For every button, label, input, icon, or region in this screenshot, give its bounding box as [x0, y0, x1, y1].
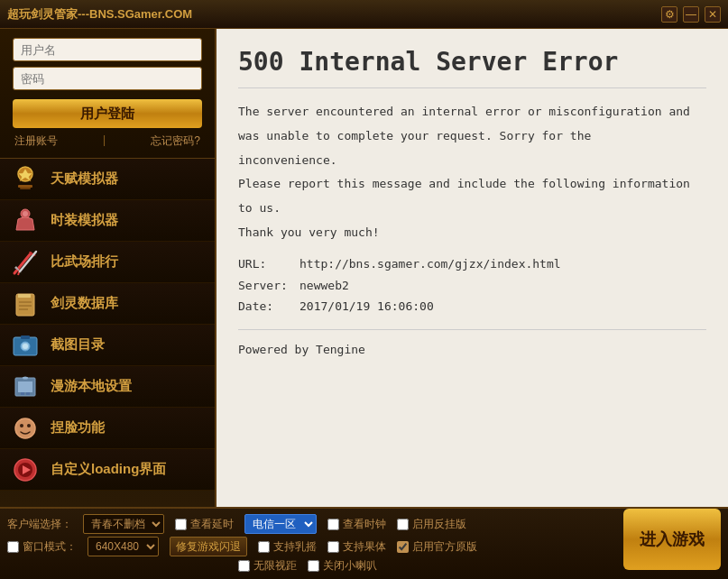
close-whisper-group: 关闭小喇叭 [308, 558, 377, 574]
window-mode-label: 窗口模式： [23, 539, 77, 555]
menu-item-roaming[interactable]: 漫游本地设置 [0, 366, 215, 408]
svg-rect-22 [21, 392, 24, 395]
error-line-4: Please report this message and include t… [238, 175, 706, 194]
username-input[interactable] [13, 38, 202, 61]
official-checkbox[interactable] [397, 541, 409, 553]
loading-label: 自定义loading界面 [51, 461, 166, 478]
server-value: newweb2 [299, 277, 349, 296]
face-label: 捏脸功能 [51, 419, 105, 437]
password-input[interactable] [13, 67, 202, 90]
server-label: Server: [238, 277, 292, 296]
svg-line-6 [14, 253, 31, 273]
menu-list: 天赋模拟器 时装模拟器 [0, 159, 215, 507]
login-button[interactable]: 用户登陆 [13, 99, 202, 128]
official-label: 启用官方原版 [412, 539, 477, 555]
register-link[interactable]: 注册账号 [14, 133, 58, 149]
menu-item-pvp[interactable]: 比武场排行 [0, 242, 215, 283]
error-line-6: Thank you very much! [238, 224, 706, 243]
unlimited-view-checkbox[interactable] [238, 560, 250, 572]
loading-icon [9, 454, 41, 486]
svg-rect-23 [26, 392, 30, 395]
svg-rect-3 [20, 188, 31, 189]
talent-label: 天赋模拟器 [51, 170, 118, 188]
client-select[interactable]: 青春不删档 [83, 514, 164, 534]
bottom-row2: 窗口模式： 640X480 修复游戏闪退 支持乳摇 支持果体 启用官方原版 [7, 537, 616, 556]
screenshot-icon [9, 329, 41, 362]
link-separator: | [103, 133, 106, 149]
face-icon [9, 412, 41, 445]
talent-icon [9, 163, 41, 196]
svg-point-19 [23, 344, 28, 349]
screenshot-label: 截图目录 [51, 336, 105, 354]
roaming-icon [9, 371, 41, 403]
close-button[interactable]: ✕ [705, 6, 721, 23]
anti-hook-label: 启用反挂版 [412, 517, 466, 532]
svg-rect-2 [18, 185, 32, 188]
nurse-checkbox[interactable] [258, 541, 270, 553]
outfit-icon [9, 205, 41, 237]
url-label: URL: [238, 255, 292, 274]
check-time-group: 查看时钟 [327, 517, 386, 532]
fruit-group: 支持果体 [327, 539, 386, 555]
error-line-3: inconvenience. [238, 152, 706, 170]
svg-point-26 [20, 424, 23, 427]
bottom-row1: 客户端选择： 青春不删档 查看延时 电信一区 查看时钟 启用反挂版 [7, 514, 616, 534]
menu-item-talent[interactable]: 天赋模拟器 [0, 159, 215, 200]
login-area: 用户登陆 注册账号 | 忘记密码? [0, 29, 215, 159]
url-row: URL: http://bns.sgamer.com/gjzx/index.ht… [238, 255, 706, 274]
enter-game-button[interactable]: 进入游戏 [623, 509, 721, 570]
error-body: The server encountered an internal error… [238, 103, 706, 360]
error-details: URL: http://bns.sgamer.com/gjzx/index.ht… [238, 255, 706, 317]
menu-item-screenshot[interactable]: 截图目录 [0, 325, 215, 366]
svg-rect-18 [21, 335, 30, 339]
svg-point-25 [15, 418, 35, 438]
unlimited-view-group: 无限视距 [238, 558, 297, 574]
check-time-label: 查看时钟 [343, 517, 386, 532]
outfit-label: 时装模拟器 [51, 212, 118, 229]
svg-point-5 [23, 211, 28, 216]
roaming-label: 漫游本地设置 [51, 378, 132, 395]
settings-button[interactable]: ⚙ [661, 6, 677, 23]
menu-item-face[interactable]: 捏脸功能 [0, 408, 215, 449]
pvp-label: 比武场排行 [51, 253, 118, 271]
minimize-button[interactable]: — [683, 6, 699, 23]
server-row: Server: newweb2 [238, 277, 706, 296]
left-panel: 用户登陆 注册账号 | 忘记密码? 天赋模拟器 [0, 29, 217, 507]
bottom-controls: 客户端选择： 青春不删档 查看延时 电信一区 查看时钟 启用反挂版 [7, 514, 616, 574]
date-label: Date: [238, 298, 292, 317]
check-time-checkbox[interactable] [327, 519, 339, 530]
content-panel: 500 Internal Server Error The server enc… [217, 29, 728, 507]
bottom-row3: 无限视距 关闭小喇叭 [7, 558, 616, 574]
repair-button[interactable]: 修复游戏闪退 [170, 537, 247, 556]
nurse-label: 支持乳摇 [273, 539, 317, 555]
forgot-link[interactable]: 忘记密码? [151, 133, 200, 149]
date-row: Date: 2017/01/19 16:06:00 [238, 298, 706, 317]
svg-point-27 [27, 424, 31, 427]
pvp-icon [9, 246, 41, 279]
svg-point-24 [23, 376, 28, 379]
menu-item-outfit[interactable]: 时装模拟器 [0, 200, 215, 242]
close-whisper-checkbox[interactable] [308, 560, 319, 572]
error-line-2: was unable to complete your request. Sor… [238, 127, 706, 146]
login-links: 注册账号 | 忘记密码? [13, 133, 202, 149]
anti-hook-group: 启用反挂版 [397, 517, 466, 532]
date-value: 2017/01/19 16:06:00 [299, 298, 434, 317]
resolution-select[interactable]: 640X480 [88, 537, 159, 556]
server-select[interactable]: 电信一区 [244, 514, 317, 534]
official-group: 启用官方原版 [397, 539, 477, 555]
client-label: 客户端选择： [7, 517, 72, 532]
app-title: 超玩剑灵管家---BNS.SGamer.COM [7, 6, 192, 23]
window-mode-checkbox[interactable] [7, 541, 19, 553]
powered-by: Powered by Tengine [238, 329, 706, 360]
window-mode-group: 窗口模式： [7, 539, 77, 555]
database-icon [9, 288, 41, 320]
main-layout: 用户登陆 注册账号 | 忘记密码? 天赋模拟器 [0, 29, 728, 507]
svg-rect-21 [18, 381, 32, 392]
check-delay-checkbox[interactable] [175, 519, 187, 530]
menu-item-loading[interactable]: 自定义loading界面 [0, 449, 215, 491]
menu-item-database[interactable]: 剑灵数据库 [0, 283, 215, 325]
check-delay-group: 查看延时 [175, 517, 234, 532]
unlimited-view-label: 无限视距 [253, 558, 297, 574]
fruit-checkbox[interactable] [327, 541, 339, 553]
anti-hook-checkbox[interactable] [397, 519, 409, 530]
